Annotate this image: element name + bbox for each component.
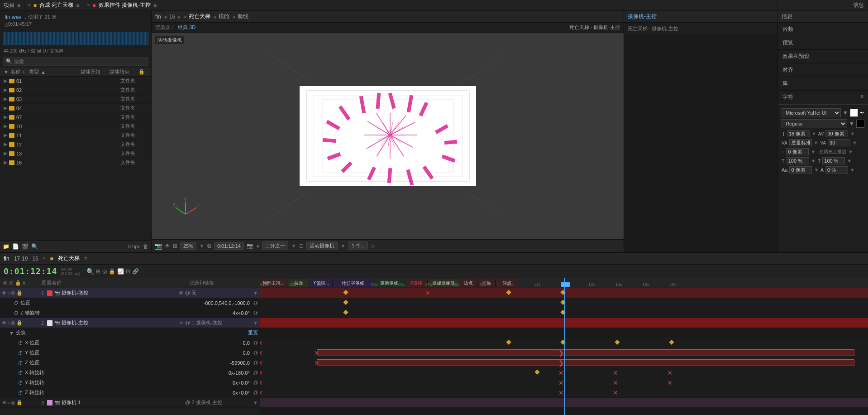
count-select[interactable]: 1 个... [348, 241, 368, 250]
tab-dead[interactable]: 死亡天梯 [58, 255, 80, 262]
zoom-dropdown-icon[interactable]: ▼ [199, 243, 205, 249]
solo-icon[interactable]: ◎ [102, 268, 107, 275]
style-dropdown-icon[interactable]: ▼ [849, 121, 854, 127]
kf-pos-1b[interactable] [560, 299, 565, 304]
scale-h-dropdown-icon[interactable]: ▼ [811, 158, 816, 164]
stopwatch-xrot[interactable]: ⏱ [18, 370, 23, 376]
comp-tab-cl[interactable]: 舱线 [238, 13, 248, 20]
stopwatch-ypos[interactable]: ⏱ [18, 350, 23, 356]
font-dropdown-icon[interactable]: ▼ [843, 110, 848, 116]
kf-xpos-3[interactable] [560, 339, 565, 344]
tab-16[interactable]: 16 [32, 256, 38, 262]
graph-icon[interactable]: 📈 [117, 268, 124, 275]
view-dropdown-icon[interactable]: ▼ [340, 243, 346, 249]
eye-icon-l2[interactable]: 👁 [2, 320, 7, 326]
solo-icon-l2[interactable]: ◎ [11, 320, 15, 326]
scale-v-input[interactable] [822, 157, 845, 164]
kf-ypos-0[interactable]: ✕ [260, 349, 263, 357]
parent-select-1[interactable]: @ 无 [185, 290, 253, 296]
tab-close-dead[interactable]: × [43, 256, 46, 261]
comp-tab-hc[interactable]: 横舱 [219, 13, 229, 20]
comp-tab-title[interactable]: 合成 死亡天梯 [39, 1, 73, 9]
zoom-select[interactable]: 25% [180, 242, 196, 250]
stopwatch-icon-2[interactable]: ⏱ [14, 310, 19, 316]
resolution-dropdown-icon[interactable]: ▼ [291, 243, 296, 249]
tab-fin[interactable]: fin [4, 256, 10, 262]
comp-tab-menu[interactable]: ≡ [76, 2, 79, 9]
kf-pos-1a[interactable] [343, 299, 348, 304]
link-yrot[interactable]: @ [253, 380, 258, 385]
parent-select-2[interactable]: @ 1.摄像机-微控 [185, 319, 253, 326]
kf-zrot2-2[interactable]: ✕ [613, 389, 618, 396]
search-timeline-icon[interactable]: 🔍 [86, 268, 94, 275]
kf-1b[interactable]: ✕ [425, 290, 430, 296]
comp-active-tab[interactable]: 死亡天梯 [189, 13, 210, 20]
color-black-swatch[interactable] [856, 120, 864, 128]
link-icon-zrot1[interactable]: @ [253, 310, 258, 315]
eye-icon-l1[interactable]: 👁 [2, 290, 7, 296]
list-item[interactable]: ▶ 07 文件夹 [0, 113, 151, 122]
new-item-icon[interactable]: 📄 [12, 243, 19, 250]
font-select[interactable]: Microsoft YaHei UI [782, 108, 841, 117]
effects-section[interactable]: 效果和预设 [778, 50, 868, 63]
kf-xpos-4[interactable] [615, 339, 620, 344]
tsume-dropdown-icon[interactable]: ▼ [850, 167, 855, 173]
view-select[interactable]: 活动摄像机 [306, 241, 338, 250]
scale-v-dropdown-icon[interactable]: ▼ [847, 158, 852, 164]
leading-dropdown-icon[interactable]: ▼ [814, 140, 819, 145]
kf-zpos-1[interactable]: ✕ [314, 359, 320, 367]
audio-icon-l1[interactable]: ♪ [8, 290, 10, 295]
lock-icon-l3[interactable]: 🔒 [16, 400, 23, 405]
stopwatch-xpos[interactable]: ⏱ [18, 340, 23, 346]
fx-tab-menu[interactable]: ≡ [153, 2, 157, 9]
link-xpos[interactable]: @ [253, 340, 258, 345]
char-section-header[interactable]: 字符 ≡ [778, 91, 868, 104]
scale-h-input[interactable] [787, 157, 809, 164]
fx-tab-title[interactable]: 效果控件 摄像机-主控 [99, 1, 151, 9]
fx-icon-l2[interactable]: ✏ [180, 320, 183, 325]
audio-icon-l3[interactable]: ♪ [8, 400, 10, 405]
layer-row-1[interactable]: 👁 ♪ ◎ 🔒 1 📷 摄像机-微控 单 @ 无 ▼ [0, 288, 260, 298]
comp-options-icon[interactable]: ⊞ [96, 268, 100, 275]
reset-label[interactable]: 重置 [248, 329, 258, 336]
stopwatch-zrot2[interactable]: ⏱ [18, 390, 23, 396]
list-item[interactable]: ▶ 13 文件夹 [0, 149, 151, 158]
snap-btn[interactable]: ⊡ [126, 268, 130, 275]
stopwatch-zpos[interactable]: ⏱ [18, 360, 23, 366]
link-zpos[interactable]: @ [253, 360, 258, 365]
kf-ypos-2[interactable]: ❯ [558, 349, 564, 357]
timecode-btn[interactable]: 0:01:12:14 [214, 242, 244, 250]
parent-dropdown-1[interactable]: ▼ [253, 290, 258, 296]
search-bar[interactable]: 🔍 [3, 57, 148, 66]
tab-menu-icon[interactable]: ≡ [84, 256, 87, 262]
more-icon[interactable]: ▷ [371, 243, 375, 249]
new-folder-icon[interactable]: 📁 [3, 243, 10, 250]
parent-dropdown-2[interactable]: ▼ [253, 320, 258, 326]
kf-yrot-3[interactable]: ✕ [667, 379, 672, 386]
audio-section[interactable]: 音频 [778, 23, 868, 36]
parent-dropdown-3[interactable]: ▼ [253, 400, 258, 405]
fx-close-btn[interactable]: × [87, 3, 90, 8]
kf-xpos-1[interactable]: ✕ [260, 339, 263, 347]
project-menu-icon[interactable]: ≡ [17, 2, 20, 9]
indent-dropdown-icon[interactable]: ▼ [811, 149, 816, 154]
audio-icon-l2[interactable]: ♪ [8, 320, 10, 325]
color-picker-icon[interactable]: ✒ [860, 110, 864, 116]
leading-val-input[interactable] [828, 139, 850, 146]
search-input[interactable] [14, 59, 145, 64]
kf-zpos-2[interactable]: ❯ [558, 359, 564, 367]
composition-icon[interactable]: 🎬 [22, 243, 29, 250]
breadcrumb-arrow-right[interactable]: ▸ [178, 14, 181, 20]
parent-select-3[interactable]: @ 2.摄像机-主控 [185, 399, 253, 406]
size-dropdown-icon[interactable]: ▼ [811, 131, 816, 136]
list-item[interactable]: ▶ 16 文件夹 [0, 158, 151, 167]
kf-zrot-1b[interactable] [560, 309, 565, 314]
list-item[interactable]: ▶ 02 文件夹 [0, 86, 151, 95]
leading-input[interactable] [789, 139, 812, 146]
kf-xrot-3[interactable]: ✕ [613, 369, 618, 376]
tab-17-19[interactable]: 17-19 [14, 256, 28, 262]
link-ypos[interactable]: @ [253, 350, 258, 355]
kf-zrot2-0[interactable]: ✕ [260, 389, 263, 396]
color-white-swatch[interactable] [850, 109, 858, 117]
kf-xrot-2[interactable]: ✕ [558, 369, 564, 376]
